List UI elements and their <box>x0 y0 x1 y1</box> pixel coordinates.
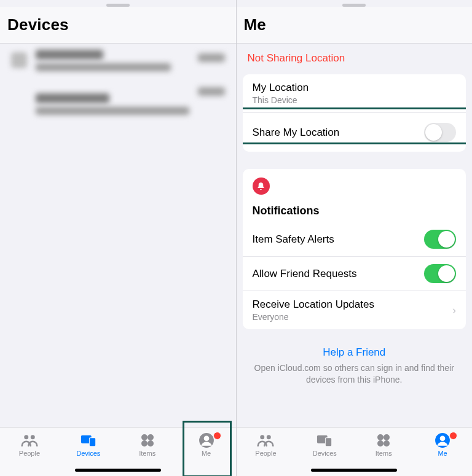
notification-badge <box>213 432 221 440</box>
me-icon <box>434 432 451 448</box>
home-indicator[interactable] <box>311 469 397 472</box>
page-title: Devices <box>7 15 69 34</box>
device-row[interactable] <box>0 44 236 77</box>
my-location-label: My Location <box>253 82 309 94</box>
tab-label: People <box>19 450 40 457</box>
tab-people[interactable]: People <box>0 432 59 457</box>
me-content: Not Sharing Location My Location This De… <box>237 44 473 427</box>
svg-rect-4 <box>90 438 95 446</box>
notification-badge <box>449 432 457 440</box>
svg-point-19 <box>384 440 390 447</box>
people-icon <box>21 432 38 448</box>
notifications-header <box>243 169 466 205</box>
tab-label: Me <box>202 450 211 457</box>
tab-label: Devices <box>76 450 100 457</box>
tab-me[interactable]: Me <box>413 432 472 457</box>
me-icon <box>198 432 215 448</box>
notifications-title: Notifications <box>243 205 466 222</box>
svg-point-7 <box>141 440 148 447</box>
bell-icon <box>253 178 270 195</box>
tab-label: Me <box>438 450 447 457</box>
friend-requests-cell[interactable]: Allow Friend Requests <box>243 256 466 291</box>
svg-point-11 <box>261 435 265 439</box>
device-sub-redacted <box>36 63 171 71</box>
device-row[interactable] <box>0 87 236 121</box>
device-icon <box>11 52 27 68</box>
my-location-cell[interactable]: My Location This Device <box>243 74 466 112</box>
svg-point-10 <box>203 435 209 441</box>
svg-point-5 <box>141 434 148 440</box>
item-safety-cell[interactable]: Item Safety Alerts <box>243 222 466 256</box>
device-sub-redacted <box>36 107 189 115</box>
device-distance-redacted <box>198 53 225 62</box>
tab-people[interactable]: People <box>237 432 296 457</box>
items-icon <box>375 432 392 448</box>
tab-label: Items <box>376 450 392 457</box>
tab-devices[interactable]: Devices <box>295 432 354 457</box>
receive-updates-cell[interactable]: Receive Location Updates Everyone › <box>243 291 466 329</box>
svg-point-16 <box>377 434 384 440</box>
svg-point-6 <box>148 434 154 440</box>
svg-point-8 <box>148 440 154 447</box>
svg-rect-15 <box>326 438 331 446</box>
devices-icon <box>316 432 333 448</box>
tab-me[interactable]: Me <box>177 432 236 457</box>
help-a-friend-description: Open iCloud.com so others can sign in an… <box>251 362 458 386</box>
receive-updates-sub: Everyone <box>253 312 374 322</box>
home-indicator[interactable] <box>75 469 161 472</box>
me-pane: Me Not Sharing Location My Location This… <box>237 0 473 476</box>
devices-icon <box>80 432 97 448</box>
device-distance-redacted <box>198 87 225 96</box>
tab-label: Items <box>139 450 155 457</box>
svg-point-17 <box>384 434 390 440</box>
devices-pane: Devices People <box>0 0 237 476</box>
my-location-sub: This Device <box>253 95 309 105</box>
tab-label: Devices <box>313 450 337 457</box>
device-name-redacted <box>36 50 103 60</box>
share-my-location-cell[interactable]: Share My Location <box>243 112 466 152</box>
sharing-status: Not Sharing Location <box>237 44 473 74</box>
svg-point-12 <box>267 435 271 439</box>
device-name-redacted <box>36 93 109 103</box>
help-a-friend-link[interactable]: Help a Friend <box>237 346 473 359</box>
tab-items[interactable]: Items <box>118 432 177 457</box>
svg-point-1 <box>31 435 35 439</box>
location-card: My Location This Device Share My Locatio… <box>243 74 466 152</box>
people-icon <box>257 432 274 448</box>
items-icon <box>139 432 156 448</box>
item-safety-label: Item Safety Alerts <box>253 233 334 246</box>
tab-items[interactable]: Items <box>354 432 413 457</box>
page-title: Me <box>244 15 267 34</box>
friend-requests-label: Allow Friend Requests <box>253 268 357 280</box>
tab-bar: People Devices Items Me <box>0 427 236 476</box>
tab-label: People <box>255 450 276 457</box>
item-safety-toggle[interactable] <box>424 230 456 249</box>
friend-requests-toggle[interactable] <box>424 264 456 283</box>
devices-header: Devices <box>0 7 236 44</box>
share-location-label: Share My Location <box>253 127 340 139</box>
tab-devices[interactable]: Devices <box>59 432 118 457</box>
tab-bar: People Devices Items Me <box>237 427 473 476</box>
svg-point-0 <box>24 435 28 439</box>
svg-point-21 <box>440 435 446 441</box>
svg-point-18 <box>377 440 384 447</box>
devices-list <box>0 44 236 427</box>
receive-updates-label: Receive Location Updates <box>253 298 374 311</box>
me-header: Me <box>237 7 473 44</box>
chevron-right-icon: › <box>452 304 456 317</box>
notifications-card: Notifications Item Safety Alerts Allow F… <box>243 169 466 329</box>
share-location-toggle[interactable] <box>424 123 456 142</box>
